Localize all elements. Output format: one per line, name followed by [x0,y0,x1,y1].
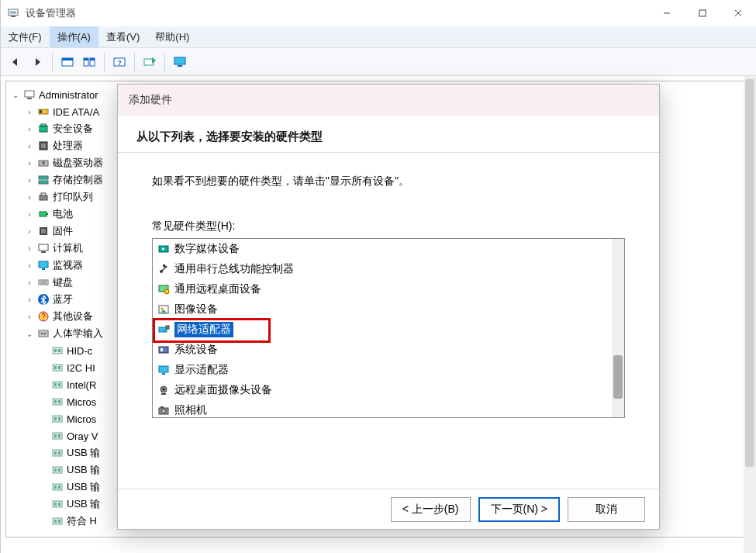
bluetooth-icon [37,293,50,306]
expand-icon[interactable]: › [25,141,34,150]
tree-node-label: 人体学输入 [53,327,103,340]
toolbar-monitor-button[interactable] [170,52,190,72]
hardware-type-item[interactable]: 照相机 [153,400,612,417]
expand-icon[interactable]: › [25,226,34,236]
svg-rect-61 [53,399,62,405]
list-scrollbar[interactable] [612,239,624,417]
menu-action[interactable]: 操作(A) [50,26,98,47]
svg-rect-49 [39,330,48,337]
window-title: 设备管理器 [26,6,76,20]
hardware-type-item[interactable]: 图像设备 [153,299,612,320]
svg-rect-78 [58,486,60,489]
expand-icon[interactable]: › [25,209,34,219]
hid-dev-icon [51,378,64,391]
expand-icon[interactable]: › [25,261,34,270]
hardware-type-item[interactable]: 远程桌面摄像头设备 [153,380,612,400]
dialog-footer: < 上一步(B) 下一页(N) > 取消 [118,489,659,529]
expand-icon[interactable]: › [25,158,34,168]
list-scrollbar-thumb[interactable] [613,355,623,399]
expand-icon[interactable]: › [25,124,34,133]
svg-rect-99 [161,348,163,351]
vertical-scrollbar[interactable] [744,76,756,553]
dialog-body: 如果看不到想要的硬件类型，请单击"显示所有设备"。 常见硬件类型(H): 数字媒… [118,153,659,489]
svg-point-93 [161,308,164,310]
svg-rect-22 [27,98,32,99]
close-button[interactable] [720,0,756,26]
device-manager-window: 设备管理器 文件(F) 操作(A) 查看(V) 帮助(H) ? ⌄ [0,0,756,553]
back-button[interactable]: < 上一步(B) [391,497,471,522]
cancel-button[interactable]: 取消 [568,497,645,522]
toolbar-view2-button[interactable] [79,52,99,72]
svg-rect-55 [53,365,62,371]
svg-rect-28 [41,143,46,148]
svg-rect-62 [54,400,57,403]
svg-point-30 [42,161,45,164]
expand-icon[interactable]: › [25,107,34,116]
toolbar-scan-button[interactable] [140,52,160,72]
disk-icon [37,157,50,169]
app-icon [7,7,19,19]
svg-marker-7 [12,58,17,66]
expand-icon[interactable]: › [25,192,34,202]
tree-node-label: IDE ATA/A [53,106,99,118]
tree-node-label: 电池 [53,207,73,221]
expand-icon[interactable]: › [25,278,34,287]
expand-icon[interactable]: › [25,175,34,185]
titlebar: 设备管理器 [1,0,756,26]
svg-rect-43 [39,280,48,285]
toolbar-back-button[interactable] [5,52,26,72]
computer-icon [37,242,50,254]
expand-icon[interactable]: ⌄ [11,90,20,99]
toolbar-forward-button[interactable] [27,52,47,72]
hardware-type-item[interactable]: 通用远程桌面设备 [153,279,612,299]
firmware-icon [37,225,50,237]
tree-node-label: 打印队列 [53,190,93,204]
svg-rect-1 [11,16,16,17]
hardware-type-list[interactable]: 数字媒体设备通用串行总线功能控制器通用远程桌面设备图像设备网络适配器系统设备显示… [152,238,625,418]
tree-leaf-label: Intel(R [67,379,96,391]
svg-rect-80 [54,503,57,506]
svg-rect-10 [62,58,73,60]
svg-point-106 [162,410,166,413]
tree-node-label: 安全设备 [53,122,93,136]
minimize-button[interactable] [649,0,685,26]
hardware-type-item[interactable]: 显示适配器 [153,360,612,380]
tree-leaf-label: USB 输 [67,480,100,494]
svg-rect-34 [41,193,46,195]
next-button[interactable]: 下一页(N) > [478,497,561,522]
svg-rect-83 [54,520,57,523]
menu-view[interactable]: 查看(V) [98,26,147,47]
hardware-type-item[interactable]: 数字媒体设备 [153,239,612,259]
usb-icon [157,263,170,275]
hardware-type-item[interactable]: 通用串行总线功能控制器 [153,259,612,279]
svg-rect-2 [10,11,16,14]
svg-rect-53 [54,349,57,352]
svg-marker-8 [36,58,40,66]
menu-file[interactable]: 文件(F) [1,26,50,47]
scrollbar-thumb[interactable] [745,79,754,467]
toolbar: ? [1,48,756,76]
expand-icon[interactable]: › [25,244,34,253]
svg-rect-19 [174,57,185,64]
hardware-type-item[interactable]: 系统设备 [153,340,612,360]
tree-node-label: 蓝牙 [53,292,73,306]
toolbar-help-button[interactable]: ? [109,52,129,72]
hid-dev-icon [51,464,64,476]
toolbar-view1-button[interactable] [57,52,78,72]
hardware-type-label: 显示适配器 [174,363,229,377]
svg-rect-59 [54,383,57,386]
hardware-type-item[interactable]: 网络适配器 [153,320,612,340]
menu-help[interactable]: 帮助(H) [147,26,197,47]
svg-rect-89 [163,264,165,267]
hardware-type-label: 图像设备 [174,302,218,316]
svg-text:?: ? [117,59,122,67]
remote-icon [157,283,170,296]
webcam-icon [157,384,170,396]
maximize-button[interactable] [685,0,720,26]
collapse-icon[interactable]: ⌄ [25,329,34,338]
expand-icon[interactable]: › [25,312,34,321]
storage-icon [37,174,50,186]
expand-icon[interactable]: › [25,295,34,304]
hid-dev-icon [51,396,64,408]
hardware-type-label: 系统设备 [174,343,218,357]
